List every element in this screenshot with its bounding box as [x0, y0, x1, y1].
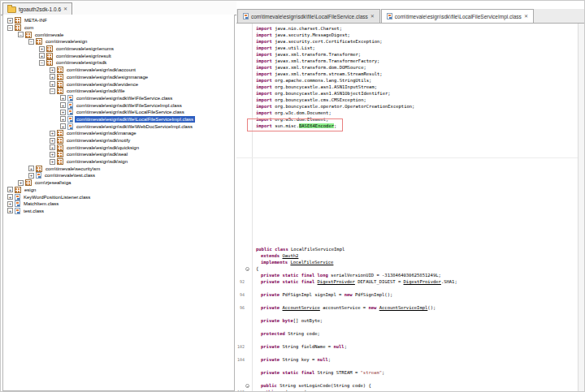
tree-item[interactable]: +com\timevale\esign\sdk\account: [3, 67, 234, 74]
tree-item-label[interactable]: MatchItem.class: [22, 200, 60, 207]
package-tree[interactable]: +META-INF−com−com\timevale−com\timevale\…: [2, 15, 235, 391]
expand-toggle-icon[interactable]: +: [50, 152, 55, 157]
tree-item[interactable]: +com\timevale\esign\sdk\file\LocalFileSe…: [3, 109, 234, 116]
close-icon[interactable]: ✕: [524, 14, 528, 19]
tree-item-label[interactable]: com\timevale\esign\sdk: [54, 59, 108, 66]
tree-item[interactable]: +com\timevale\esign\sdk\esignmanage: [3, 74, 234, 81]
expand-toggle-icon[interactable]: +: [28, 166, 34, 171]
tree-item-label[interactable]: com\timevale\esign\enums: [54, 45, 115, 52]
tree-item-label[interactable]: KeyWordPositionListener.class: [22, 194, 92, 200]
code-link[interactable]: AccountService: [283, 305, 320, 310]
expand-toggle-icon[interactable]: +: [50, 144, 55, 150]
tree-item-label[interactable]: com\timevale\esign\sdk\file\FileServiceI…: [75, 102, 184, 109]
code-link[interactable]: LocalFileService: [290, 260, 333, 265]
tree-item[interactable]: +com\timevale\esign\enums: [3, 45, 234, 53]
tree-item[interactable]: +com\timevale\esign\sdk\file\FileService…: [3, 95, 234, 102]
tree-item-label[interactable]: com\timevale\test.class: [43, 172, 97, 179]
tree-item[interactable]: +com\timevale\test.class: [3, 172, 234, 179]
collapse-toggle-icon[interactable]: −: [18, 32, 24, 37]
expand-toggle-icon[interactable]: +: [50, 67, 55, 73]
tree-item-label[interactable]: com\timevale\esign\sdk\file\WebDocServic…: [75, 123, 194, 130]
expand-toggle-icon[interactable]: +: [50, 138, 55, 144]
code-link[interactable]: Oauth2: [283, 253, 299, 258]
tree-item-label[interactable]: com\timevale: [33, 32, 65, 38]
tree-item[interactable]: +esign: [3, 187, 234, 194]
expand-toggle-icon[interactable]: +: [50, 131, 55, 136]
tree-item[interactable]: +META-INF: [3, 17, 234, 24]
tree-item[interactable]: +com\timevale\esign\sdk\notify: [3, 137, 234, 144]
collapse-toggle-icon[interactable]: −: [39, 60, 45, 66]
tree-item[interactable]: +com\timevale\esign\sdk\manage: [3, 130, 234, 137]
expand-toggle-icon[interactable]: +: [60, 123, 66, 129]
tree-item-label[interactable]: com\timevale\esign\sdk\file\LocalFileSer…: [75, 109, 186, 115]
tree-item-label[interactable]: test.class: [22, 208, 46, 214]
tree-item-label[interactable]: com\zjeseal\siga: [33, 179, 72, 186]
code-link[interactable]: code: [280, 390, 290, 391]
code-link[interactable]: DigestProivder: [318, 279, 355, 284]
expand-toggle-icon[interactable]: +: [7, 187, 13, 192]
tree-item[interactable]: +com\timevale\esign\sdk\seal: [3, 151, 234, 158]
expand-toggle-icon[interactable]: +: [7, 18, 13, 24]
tree-item[interactable]: +MatchItem.class: [3, 200, 234, 208]
code-link[interactable]: DigestProivder: [404, 279, 441, 284]
tree-item[interactable]: +com\timevale\esign\sdk\evidence: [3, 80, 234, 88]
tree-item[interactable]: +com\timevale\esign\sdk\file\LocalFileSe…: [3, 116, 234, 123]
expand-toggle-icon[interactable]: +: [28, 173, 34, 179]
expand-toggle-icon[interactable]: +: [60, 95, 66, 101]
tree-item[interactable]: +com\zjeseal\siga: [3, 179, 234, 187]
tree-item-label[interactable]: com\timevale\esign\sdk\file\FileService.…: [75, 95, 174, 101]
tree-item-label[interactable]: com\timevale\esign\sdk\seal: [65, 151, 129, 157]
collapse-toggle-icon[interactable]: −: [7, 25, 13, 31]
expand-toggle-icon[interactable]: +: [39, 53, 45, 58]
expand-toggle-icon[interactable]: +: [60, 102, 66, 108]
expand-toggle-icon[interactable]: +: [60, 110, 66, 115]
jar-tab[interactable]: tgoauth2sdk-1.0.6 ✕: [2, 2, 72, 15]
expand-toggle-icon[interactable]: +: [7, 208, 13, 213]
tree-item[interactable]: +com\timevale\security\sm: [3, 165, 234, 172]
editor-tab-localfileserviceimpl[interactable]: com\timevale\esign\sdk\file\LocalFileSer…: [381, 9, 534, 23]
code-area[interactable]: import java.nio.charset.Charset;import j…: [236, 24, 578, 391]
expand-toggle-icon[interactable]: +: [50, 81, 55, 87]
tree-item[interactable]: +com\timevale\esign\sdk\quicksign: [3, 144, 234, 151]
expand-toggle-icon[interactable]: +: [7, 201, 13, 207]
expand-toggle-icon[interactable]: +: [60, 116, 66, 122]
expand-toggle-icon[interactable]: +: [50, 159, 55, 165]
tree-item-label[interactable]: com\timevale\esign\sdk\file\LocalFileSer…: [75, 116, 195, 123]
tree-item-label[interactable]: esign: [23, 187, 37, 193]
tree-item[interactable]: +KeyWordPositionListener.class: [3, 193, 234, 200]
tree-item[interactable]: −com\timevale\esign: [3, 38, 234, 45]
close-icon[interactable]: ✕: [63, 6, 67, 11]
fold-icon[interactable]: [245, 384, 249, 388]
collapse-toggle-icon[interactable]: −: [28, 39, 34, 45]
tree-item-label[interactable]: com\timevale\esign\sdk\file: [65, 88, 127, 94]
tree-item-label[interactable]: com\timevale\esign\sdk\manage: [65, 130, 138, 136]
tree-item-label[interactable]: com: [23, 24, 35, 31]
editor-tab-localfileservice[interactable]: com\timevale\esign\sdk\file\LocalFileSer…: [237, 9, 380, 23]
tree-item-label[interactable]: com\timevale\esign\sdk\sign: [65, 158, 129, 165]
tree-item-label[interactable]: com\timevale\security\sm: [44, 166, 102, 172]
close-icon[interactable]: ✕: [370, 14, 375, 19]
tree-item-label[interactable]: com\timevale\esign\sdk\account: [65, 67, 137, 73]
tree-item[interactable]: +com\timevale\esign\sdk\file\WebDocServi…: [3, 123, 234, 130]
editor-scrollbar[interactable]: [578, 24, 584, 391]
code-link[interactable]: AccountServiceImpl: [379, 305, 428, 310]
tree-item-label[interactable]: com\timevale\esign\sdk\notify: [65, 137, 132, 144]
tree-item[interactable]: −com\timevale: [3, 31, 234, 38]
expand-toggle-icon[interactable]: +: [50, 74, 55, 80]
tree-item[interactable]: +com\timevale\esign\result: [3, 52, 234, 59]
tree-item[interactable]: −com\timevale\esign\sdk\file: [3, 88, 234, 95]
tree-item-label[interactable]: com\timevale\esign\sdk\evidence: [65, 81, 140, 88]
tree-item[interactable]: −com: [3, 24, 234, 32]
expand-toggle-icon[interactable]: +: [18, 180, 24, 186]
expand-toggle-icon[interactable]: +: [7, 194, 13, 200]
tree-item[interactable]: +com\timevale\esign\sdk\sign: [3, 158, 234, 166]
collapse-toggle-icon[interactable]: −: [50, 88, 55, 94]
tree-item-label[interactable]: com\timevale\esign\sdk\quicksign: [65, 144, 141, 151]
tree-item-label[interactable]: com\timevale\esign\result: [54, 53, 113, 59]
fold-icon[interactable]: [245, 267, 249, 271]
tree-item[interactable]: +com\timevale\esign\sdk\file\FileService…: [3, 101, 234, 109]
tree-item[interactable]: −com\timevale\esign\sdk: [3, 59, 234, 67]
tree-item-label[interactable]: com\timevale\esign: [44, 38, 89, 45]
tree-item-label[interactable]: com\timevale\esign\sdk\esignmanage: [65, 74, 150, 80]
expand-toggle-icon[interactable]: +: [39, 46, 45, 52]
